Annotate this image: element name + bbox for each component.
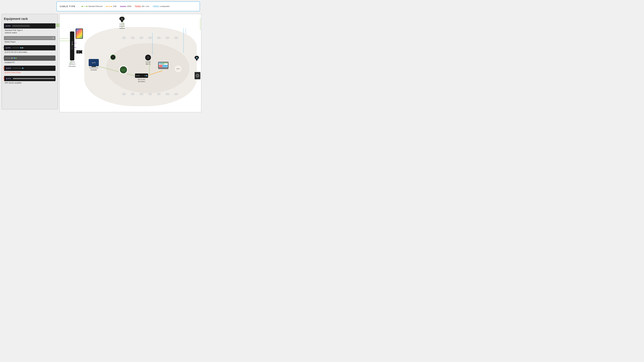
nv21-device: Q-SYS xyxy=(135,74,148,78)
svg-rect-3 xyxy=(106,6,107,7)
svg-rect-5 xyxy=(111,6,112,7)
touchscreen-label: Touchscreencontroller xyxy=(89,67,98,71)
rack-switch-device: Q-SYS xyxy=(4,23,56,28)
legend-micline: Mic / Line xyxy=(135,5,149,8)
display-screen xyxy=(76,28,83,39)
legend-hdmi: HDMI xyxy=(120,5,132,8)
svg-point-21 xyxy=(121,18,123,20)
core8-label: Q-SYS Core 8 Flex xyxy=(4,72,56,74)
speaker-right xyxy=(194,72,200,79)
legend-usb: USB xyxy=(106,5,116,8)
rack-mediaplayer-device xyxy=(4,36,56,40)
legend-ethernet: Standard Ethernet xyxy=(82,5,102,8)
ptz-camera-right xyxy=(194,55,200,62)
rack-spa-device: Q-SYS xyxy=(4,76,56,81)
pc-label: Installed PC xyxy=(4,61,56,64)
svg-point-30 xyxy=(196,57,198,58)
rack-title: Equipment rack xyxy=(4,17,56,21)
touchscreen-logo: Q-SYS xyxy=(92,62,96,63)
rack-nv32encoder-device: Q-SYS xyxy=(4,45,56,50)
rack-item-switch: Q-SYS Standard PoE Type 4network switch xyxy=(4,23,56,34)
laptop xyxy=(158,62,168,69)
ptz-camera-top: Q-SYSnetworkcamera xyxy=(118,16,126,29)
ptzcam-label: Q-SYSnetworkcamera xyxy=(119,23,125,29)
svg-rect-2 xyxy=(86,6,88,7)
nv32encoder-label: Q-SYS NV-32-H (Encoder) xyxy=(4,51,56,54)
svg-rect-31 xyxy=(196,59,198,60)
ethernet-label: Standard Ethernet xyxy=(88,5,102,8)
ceiling-mic-1 xyxy=(110,55,116,60)
equipment-rack: Equipment rack Q-SYS Standard PoE Type 4… xyxy=(2,14,58,110)
qsys-logo-2: Q-SYS xyxy=(5,47,11,49)
svg-point-27 xyxy=(78,51,79,52)
side-camera xyxy=(76,50,82,54)
svg-marker-25 xyxy=(81,50,82,54)
usb-label: USB xyxy=(113,5,116,8)
legend-items: Standard Ethernet USB HDMI Mic / Line xyxy=(82,5,197,8)
mediaplayer-label: Media Player xyxy=(4,41,56,43)
nv32decoder-label: Q-SYSNV-32-H(Decoder) xyxy=(69,61,76,67)
rack-item-pc: Installed PC xyxy=(4,56,56,64)
micline-label: Mic / Line xyxy=(142,5,149,8)
nv32-decoder: Q-SYS Q-SYSNV-32-H(Decoder) xyxy=(69,32,76,67)
rack-item-nv32encoder: Q-SYS Q-SYS NV-32-H (Encoder) xyxy=(4,45,56,54)
touchscreen-controller: Q-SYS Touchscreencontroller xyxy=(89,59,99,71)
svg-rect-32 xyxy=(196,60,197,60)
nv21hu-encoder: Q-SYS NV-21-HU(Encoder) xyxy=(135,74,148,82)
main-diagram: Q-SYSnetworkcamera Q-SYS Q-SYSNV-32-H(De… xyxy=(60,14,202,112)
hdmi-label: HDMI xyxy=(127,5,132,8)
loudspeaker-label: Loudspeaker xyxy=(160,5,170,8)
legend-loudspeaker: Loudspeaker xyxy=(153,5,170,8)
qsys-plate-2: Q-SYS xyxy=(174,65,182,73)
svg-rect-23 xyxy=(122,22,122,22)
qsys-logo: Q-SYS xyxy=(5,25,11,27)
switch-label: Standard PoE Type 4network switch xyxy=(4,29,56,34)
rack-item-mediaplayer: Media Player xyxy=(4,36,56,43)
rack-pc-device xyxy=(4,56,56,61)
qsys-logo-3: Q-SYS xyxy=(6,67,12,69)
rack-item-spa: Q-SYS SPA Series amplifier xyxy=(4,76,56,84)
qsys-plate-1: Q-SYS xyxy=(118,65,128,75)
rack-core8-device: Q-SYS xyxy=(4,66,56,71)
qsys-nmt1: Q-SYSNM-T1 xyxy=(145,55,151,65)
spa-label: SPA Series amplifier xyxy=(4,82,56,84)
svg-rect-22 xyxy=(121,20,123,22)
legend-title: CABLE TYPE xyxy=(60,5,77,8)
cable-legend: CABLE TYPE Standard Ethernet USB xyxy=(56,2,200,11)
qsys-logo-4: Q-SYS xyxy=(6,78,12,80)
nmt1-label: Q-SYSNM-T1 xyxy=(146,61,150,65)
svg-rect-0 xyxy=(82,6,83,7)
nv21-label: NV-21-HU(Encoder) xyxy=(138,78,145,82)
rack-item-core8: Q-SYS Q-SYS Core 8 Flex xyxy=(4,66,56,74)
